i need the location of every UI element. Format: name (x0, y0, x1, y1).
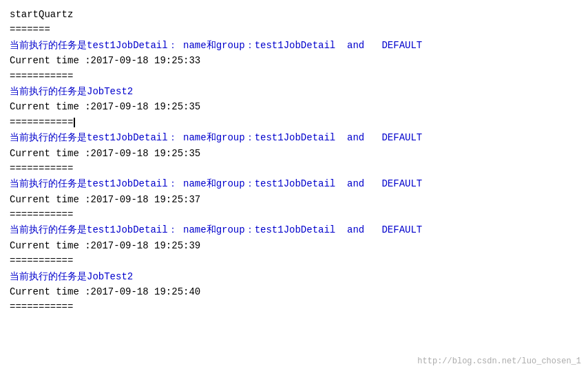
line-time6: Current time :2017-09-18 19:25:40 (10, 284, 578, 299)
line-task6: 当前执行的任务是JobTest2 (10, 269, 578, 284)
line-sep7: =========== (10, 299, 578, 315)
line-task1: 当前执行的任务是test1JobDetail： name和group：test1… (10, 38, 578, 53)
text-cursor (74, 118, 75, 127)
line-sep6: =========== (10, 253, 578, 268)
line-sep1: ======= (10, 22, 578, 37)
line-task5: 当前执行的任务是test1JobDetail： name和group：test1… (10, 222, 578, 237)
line-sep2: =========== (10, 69, 578, 84)
line-sep5: =========== (10, 207, 578, 222)
line-task2: 当前执行的任务是JobTest2 (10, 84, 578, 99)
line-time5: Current time :2017-09-18 19:25:39 (10, 238, 578, 253)
line-time4: Current time :2017-09-18 19:25:37 (10, 192, 578, 207)
line-time3: Current time :2017-09-18 19:25:35 (10, 146, 578, 161)
watermark: http://blog.csdn.net/luo_chosen_1 (417, 356, 581, 366)
line-sep4: =========== (10, 161, 578, 176)
line-startquartz: startQuartz (10, 7, 578, 22)
line-time2: Current time :2017-09-18 19:25:35 (10, 99, 578, 114)
line-sep3: =========== (10, 115, 578, 130)
console-output: startQuartz ======= 当前执行的任务是test1JobDeta… (10, 7, 578, 315)
line-time1: Current time :2017-09-18 19:25:33 (10, 53, 578, 68)
line-task4: 当前执行的任务是test1JobDetail： name和group：test1… (10, 176, 578, 191)
line-task3: 当前执行的任务是test1JobDetail： name和group：test1… (10, 130, 578, 145)
